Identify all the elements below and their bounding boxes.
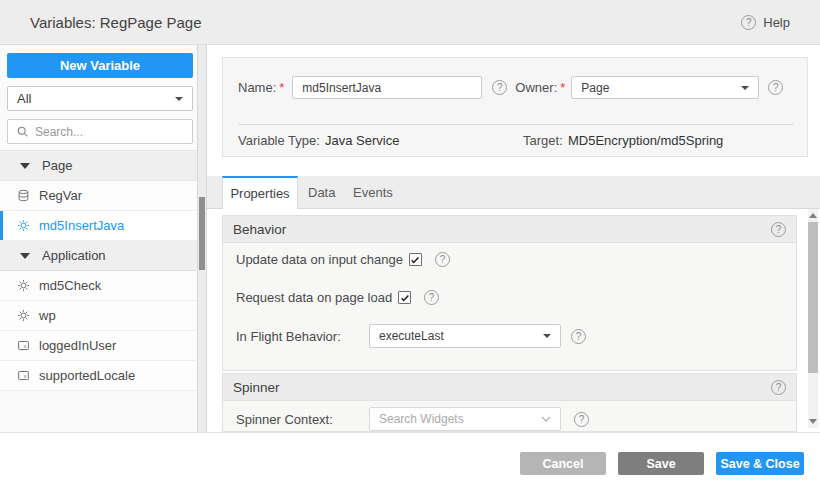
variables-tree: Page RegVar md5InsertJava Application [0,150,197,391]
tree-group-application[interactable]: Application [0,241,197,271]
save-button[interactable]: Save [618,452,704,475]
page-title: Variables: RegPage Page [30,0,202,45]
detail-tabbar: Properties Data Events [207,176,820,209]
behavior-help-icon[interactable] [771,222,786,237]
tab-data[interactable]: Data [308,176,335,209]
tree-item-supportedlocale[interactable]: x supportedLocale [0,361,197,391]
tree-item-regvar[interactable]: RegVar [0,181,197,211]
help-label: Help [763,15,790,30]
name-input[interactable] [292,76,482,99]
in-flight-label: In Flight Behavior: [236,329,369,344]
target-value: MD5Encryption/md5Spring [568,133,723,148]
owner-label: Owner:* [515,80,565,95]
static-variable-icon: x [17,369,30,382]
spinner-context-placeholder: Search Widgets [379,412,464,426]
properties-tab-content: Behavior Update data on input change Req… [207,209,820,432]
name-label: Name:* [238,80,284,95]
chevron-down-icon [541,416,551,422]
request-data-label: Request data on page load [236,290,392,305]
tree-item-md5insertjava[interactable]: md5InsertJava [0,211,197,241]
help-link[interactable]: Help [741,0,790,45]
java-service-icon [17,279,30,292]
spinner-help-icon[interactable] [771,380,786,395]
dialog-footer: Cancel Save Save & Close [0,432,820,487]
new-variable-button[interactable]: New Variable [7,53,193,78]
in-flight-value: executeLast [379,329,444,343]
search-input[interactable] [35,125,184,139]
static-variable-icon: x [17,339,30,352]
request-data-help-icon[interactable] [424,290,439,305]
chevron-down-icon [741,86,749,90]
java-service-icon [17,309,30,322]
in-flight-select[interactable]: executeLast [369,324,561,348]
svg-text:x: x [24,343,27,349]
request-data-checkbox[interactable] [398,291,411,304]
spinner-context-label: Spinner Context: [236,412,369,427]
chevron-down-icon [175,97,183,101]
collapse-triangle-icon [20,253,30,259]
update-data-label: Update data on input change [236,252,403,267]
variable-type-value: Java Service [325,133,399,148]
update-data-help-icon[interactable] [435,252,450,267]
owner-value: Page [581,81,609,95]
spinner-section-title: Spinner [233,380,280,395]
required-marker: * [560,80,565,95]
variables-dialog: Variables: RegPage Page Help New Variabl… [0,0,820,487]
sidebar-scrollbar-thumb[interactable] [199,197,205,270]
variable-search [7,119,193,144]
help-icon [741,15,756,30]
tab-events[interactable]: Events [353,176,393,209]
variable-detail-panel: Name:* Owner:* Page Variable Type: Java … [207,45,820,432]
update-data-checkbox[interactable] [409,253,422,266]
properties-scrollbar-thumb[interactable] [808,222,818,373]
scroll-down-arrow-icon[interactable] [809,419,817,424]
tree-item-md5check[interactable]: md5Check [0,271,197,301]
divider [238,124,794,125]
target-label: Target: [523,133,563,148]
tree-group-page[interactable]: Page [0,151,197,181]
check-icon [410,255,420,265]
name-help-icon[interactable] [492,80,507,95]
sidebar-scrollbar[interactable] [197,45,207,432]
variable-summary-panel: Name:* Owner:* Page Variable Type: Java … [222,57,808,157]
scroll-up-arrow-icon[interactable] [809,213,817,218]
variables-sidebar: New Variable All Page RegVar [0,45,197,432]
chevron-down-icon [543,334,551,338]
dialog-header: Variables: RegPage Page Help [0,0,820,45]
variable-type-label: Variable Type: [238,133,320,148]
cancel-button[interactable]: Cancel [520,452,606,475]
svg-text:x: x [24,373,27,379]
properties-scrollbar[interactable] [808,209,818,428]
check-icon [400,293,410,303]
variable-filter-value: All [17,91,31,106]
required-marker: * [279,80,284,95]
owner-help-icon[interactable] [768,80,783,95]
tree-item-wp[interactable]: wp [0,301,197,331]
save-and-close-button[interactable]: Save & Close [716,452,804,475]
tab-properties[interactable]: Properties [222,176,298,209]
spinner-context-help-icon[interactable] [574,412,589,427]
behavior-section-title: Behavior [233,222,286,237]
collapse-triangle-icon [20,163,30,169]
database-icon [17,189,30,202]
java-service-icon [17,219,30,232]
in-flight-help-icon[interactable] [571,329,586,344]
tree-item-loggedinuser[interactable]: x loggedInUser [0,331,197,361]
variable-filter-select[interactable]: All [7,86,193,111]
owner-select[interactable]: Page [571,76,759,99]
spinner-section: Spinner Spinner Context: Search Widgets [222,373,797,432]
behavior-section: Behavior Update data on input change Req… [222,215,797,371]
spinner-context-combobox[interactable]: Search Widgets [369,407,561,431]
search-icon [16,125,29,138]
